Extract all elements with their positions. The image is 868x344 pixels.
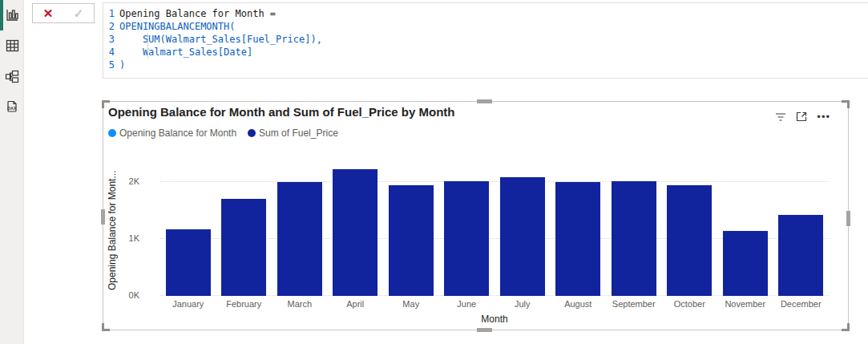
- x-tick-label: July: [495, 299, 551, 309]
- bar-slot: [773, 102, 830, 296]
- bar-slot: [160, 102, 216, 296]
- line-number: 4: [105, 46, 115, 59]
- plot-area: [160, 102, 829, 296]
- dax-code: 1Opening Balance for Month =2OPENINGBALA…: [103, 7, 868, 71]
- code-text: ): [119, 59, 125, 71]
- code-text: SUM(Walmart_Sales[Fuel_Price]),: [119, 33, 322, 46]
- bar-chart-icon: [6, 9, 19, 22]
- resize-handle-bottom-right[interactable]: [842, 323, 850, 331]
- code-text: Opening Balance for Month =: [119, 7, 276, 20]
- resize-handle-right[interactable]: [846, 211, 850, 226]
- dax-editor[interactable]: 1Opening Balance for Month =2OPENINGBALA…: [103, 2, 868, 79]
- line-number: 3: [105, 33, 115, 46]
- resize-handle-bottom-left[interactable]: [102, 323, 110, 331]
- bar-july[interactable]: [500, 177, 545, 296]
- x-tick-label: December: [773, 299, 830, 309]
- sidebar-item-table-view[interactable]: [0, 30, 24, 61]
- bar-slot: [606, 102, 662, 296]
- bar-march[interactable]: [277, 182, 322, 296]
- x-tick-label: January: [160, 299, 216, 309]
- code-text: Walmart_Sales[Date]: [119, 46, 252, 59]
- bar-series: [160, 102, 829, 296]
- resize-handle-bottom[interactable]: [477, 328, 492, 332]
- cancel-input-icon[interactable]: ✕: [43, 7, 54, 19]
- bar-slot: [216, 102, 273, 296]
- indent-guide: [147, 33, 148, 59]
- x-tick-label: April: [328, 299, 384, 309]
- bar-slot: [439, 102, 495, 296]
- bar-june[interactable]: [444, 181, 489, 296]
- bar-november[interactable]: [723, 231, 768, 296]
- model-icon: [5, 70, 19, 83]
- x-axis-labels: JanuaryFebruaryMarchAprilMayJuneJulyAugu…: [160, 299, 829, 309]
- x-tick-label: February: [216, 299, 273, 309]
- resize-handle-left[interactable]: [101, 209, 105, 225]
- bar-slot: [717, 102, 773, 296]
- code-line: 3 SUM(Walmart_Sales[Fuel_Price]),: [103, 33, 868, 46]
- x-tick-label: November: [717, 299, 773, 309]
- bar-december[interactable]: [778, 215, 823, 296]
- x-tick-label: March: [272, 299, 328, 309]
- view-switcher-sidebar: DAX: [0, 0, 24, 344]
- bar-october[interactable]: [667, 185, 712, 296]
- legend-dot-icon: [108, 129, 116, 137]
- bar-january[interactable]: [166, 229, 211, 296]
- x-tick-label: May: [383, 299, 439, 309]
- x-tick-label: August: [551, 299, 607, 309]
- x-axis-title: Month: [160, 314, 829, 325]
- bar-slot: [328, 102, 384, 296]
- line-number: 5: [105, 59, 115, 71]
- y-tick-label: 2K: [109, 176, 139, 186]
- y-tick-label: 1K: [109, 233, 139, 243]
- dax-query-icon: DAX: [5, 99, 19, 114]
- code-line: 2OPENINGBALANCEMONTH(: [103, 20, 868, 33]
- bar-may[interactable]: [389, 185, 434, 296]
- bar-slot: [662, 102, 718, 296]
- report-canvas[interactable]: ••• Opening Balance for Month and Sum of…: [24, 79, 868, 344]
- column-chart-visual[interactable]: ••• Opening Balance for Month and Sum of…: [103, 101, 849, 330]
- formula-commit-cancel-group: ✕ ✓: [32, 3, 95, 23]
- x-tick-label: June: [439, 299, 495, 309]
- bar-february[interactable]: [221, 199, 266, 296]
- y-tick-label: 0K: [109, 290, 139, 300]
- dax-formula-bar: ✕ ✓ 1Opening Balance for Month =2OPENING…: [24, 0, 868, 79]
- table-icon: [6, 39, 19, 52]
- commit-input-icon[interactable]: ✓: [74, 7, 84, 19]
- x-tick-label: October: [662, 299, 718, 309]
- code-text: OPENINGBALANCEMONTH(: [119, 20, 236, 33]
- x-tick-label: September: [606, 299, 662, 309]
- resize-handle-top-right[interactable]: [842, 100, 850, 108]
- bar-slot: [495, 102, 551, 296]
- bar-slot: [551, 102, 607, 296]
- sidebar-item-model-view[interactable]: [0, 61, 24, 91]
- line-number: 1: [105, 7, 115, 20]
- code-line: 5): [103, 59, 868, 71]
- sidebar-item-dax-query-view[interactable]: DAX: [0, 91, 24, 122]
- bar-september[interactable]: [612, 181, 656, 296]
- bar-slot: [383, 102, 439, 296]
- bar-slot: [272, 102, 328, 296]
- line-number: 2: [105, 20, 115, 33]
- bar-april[interactable]: [333, 169, 377, 296]
- svg-text:DAX: DAX: [7, 106, 16, 111]
- code-line: 4 Walmart_Sales[Date]: [103, 46, 868, 59]
- code-line: 1Opening Balance for Month =: [103, 7, 868, 20]
- sidebar-item-report-view[interactable]: [0, 0, 24, 30]
- active-view-indicator: [0, 0, 3, 30]
- bar-august[interactable]: [555, 182, 600, 296]
